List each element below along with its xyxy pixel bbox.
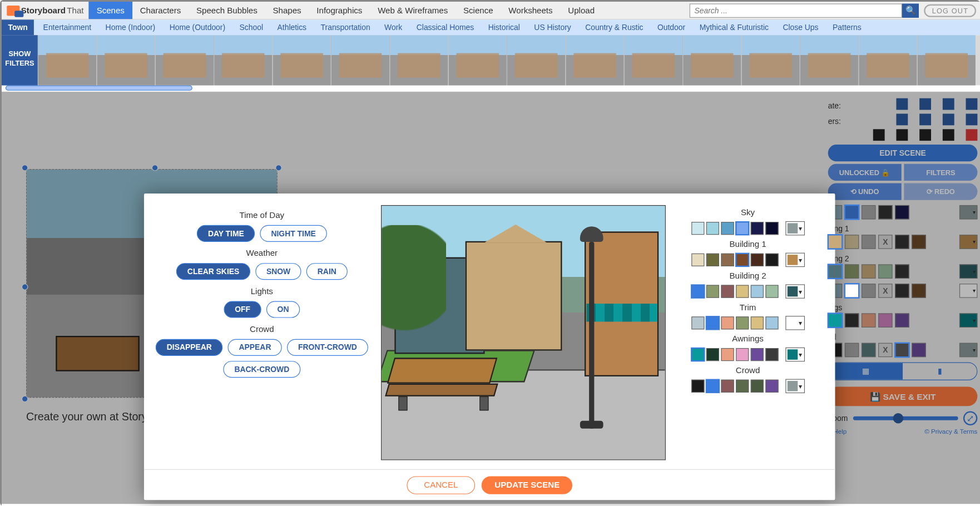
color-swatch[interactable] [736, 380, 749, 393]
color-swatch[interactable] [691, 316, 704, 329]
color-swatch[interactable] [750, 380, 763, 393]
color-swatch[interactable] [721, 285, 734, 298]
scene-thumbnail[interactable] [741, 35, 799, 85]
color-swatch[interactable] [706, 254, 719, 266]
color-swatch[interactable] [706, 285, 719, 298]
logout-button[interactable]: LOG OUT [924, 4, 976, 17]
scene-thumbnail[interactable] [448, 35, 506, 85]
thumbnail-scrollbar[interactable] [2, 86, 980, 92]
color-swatch[interactable] [706, 348, 719, 361]
top-tab-upload[interactable]: Upload [560, 2, 602, 19]
category-home-indoor-[interactable]: Home (Indoor) [106, 23, 156, 32]
scene-thumbnail[interactable] [917, 35, 976, 85]
color-swatch[interactable] [721, 254, 734, 266]
category-home-outdoor-[interactable]: Home (Outdoor) [170, 23, 225, 32]
category-close-ups[interactable]: Close Ups [783, 23, 818, 32]
color-swatch[interactable] [845, 205, 859, 219]
option-disappear[interactable]: DISAPPEAR [156, 339, 222, 356]
show-filters-button[interactable]: SHOW FILTERS [2, 35, 38, 85]
top-tab-speech-bubbles[interactable]: Speech Bubbles [189, 2, 265, 19]
color-swatch[interactable] [750, 316, 763, 329]
color-swatch[interactable] [706, 222, 719, 235]
category-mythical-futuristic[interactable]: Mythical & Futuristic [700, 23, 769, 32]
scene-thumbnail[interactable] [331, 35, 389, 85]
scene-thumbnail[interactable] [565, 35, 623, 85]
search-button[interactable]: 🔍 [902, 3, 919, 17]
category-transportation[interactable]: Transportation [321, 23, 370, 32]
option-day-time[interactable]: DAY TIME [197, 225, 255, 242]
color-picker-dropdown[interactable] [785, 284, 805, 298]
color-swatch[interactable] [765, 285, 778, 298]
update-scene-button[interactable]: UPDATE SCENE [482, 476, 572, 494]
scene-thumbnail[interactable] [272, 35, 330, 85]
category-outdoor[interactable]: Outdoor [657, 23, 685, 32]
color-swatch[interactable] [721, 316, 734, 329]
scene-thumbnail[interactable] [155, 35, 214, 85]
color-swatch[interactable] [828, 235, 842, 249]
color-swatch[interactable] [691, 285, 704, 298]
top-tab-science[interactable]: Science [456, 2, 501, 19]
category-athletics[interactable]: Athletics [278, 23, 307, 32]
color-picker-dropdown[interactable] [785, 348, 805, 361]
color-swatch[interactable] [750, 254, 763, 266]
color-swatch[interactable] [736, 348, 749, 361]
scene-thumbnail[interactable] [624, 35, 682, 85]
category-active[interactable]: Town [2, 19, 34, 35]
color-swatch[interactable] [750, 222, 763, 235]
color-swatch[interactable] [845, 284, 859, 297]
color-swatch[interactable] [706, 380, 719, 393]
color-swatch[interactable] [691, 348, 704, 361]
color-swatch[interactable] [706, 316, 719, 329]
color-swatch[interactable] [721, 348, 734, 361]
color-swatch[interactable] [736, 254, 749, 266]
color-swatch[interactable] [750, 285, 763, 298]
color-swatch[interactable] [765, 222, 778, 235]
color-swatch[interactable] [828, 264, 842, 278]
scene-thumbnail[interactable] [682, 35, 741, 85]
scene-thumbnail[interactable] [507, 35, 565, 85]
category-entertainment[interactable]: Entertainment [43, 23, 92, 32]
color-swatch[interactable] [828, 313, 842, 327]
option-snow[interactable]: SNOW [255, 263, 301, 280]
color-swatch[interactable] [691, 222, 704, 235]
category-historical[interactable]: Historical [488, 23, 520, 32]
search-input[interactable] [690, 3, 902, 17]
option-appear[interactable]: APPEAR [228, 339, 282, 356]
option-on[interactable]: ON [266, 301, 300, 318]
color-picker-dropdown[interactable] [785, 379, 805, 393]
top-tab-scenes[interactable]: Scenes [89, 2, 132, 19]
category-school[interactable]: School [240, 23, 264, 32]
option-off[interactable]: OFF [224, 301, 261, 318]
option-front-crowd[interactable]: FRONT-CROWD [287, 339, 368, 356]
option-clear-skies[interactable]: CLEAR SKIES [176, 263, 250, 280]
category-work[interactable]: Work [384, 23, 402, 32]
color-picker-dropdown[interactable] [785, 221, 805, 235]
option-night-time[interactable]: NIGHT TIME [260, 225, 327, 242]
category-us-history[interactable]: US History [534, 23, 571, 32]
scene-thumbnail[interactable] [389, 35, 448, 85]
color-swatch[interactable] [691, 254, 704, 266]
top-tab-web-wireframes[interactable]: Web & Wireframes [370, 2, 456, 19]
color-swatch[interactable] [736, 316, 749, 329]
color-swatch[interactable] [895, 343, 909, 357]
color-swatch[interactable] [765, 348, 778, 361]
scene-thumbnail[interactable] [38, 35, 96, 85]
option-back-crowd[interactable]: BACK-CROWD [224, 361, 300, 378]
color-swatch[interactable] [750, 348, 763, 361]
color-picker-dropdown[interactable] [785, 253, 805, 267]
color-swatch[interactable] [721, 380, 734, 393]
color-swatch[interactable] [765, 254, 778, 266]
top-tab-shapes[interactable]: Shapes [265, 2, 309, 19]
category-country-rustic[interactable]: Country & Rustic [585, 23, 643, 32]
cancel-button[interactable]: CANCEL [407, 476, 476, 494]
color-swatch[interactable] [736, 222, 749, 235]
logo[interactable]: StoryboardThat [2, 5, 89, 16]
top-tab-infographics[interactable]: Infographics [309, 2, 370, 19]
top-tab-worksheets[interactable]: Worksheets [501, 2, 560, 19]
category-classical-homes[interactable]: Classical Homes [417, 23, 474, 32]
color-swatch[interactable] [691, 380, 704, 393]
option-rain[interactable]: RAIN [306, 263, 347, 280]
category-patterns[interactable]: Patterns [833, 23, 862, 32]
scene-thumbnail[interactable] [858, 35, 917, 85]
color-swatch[interactable] [765, 380, 778, 393]
